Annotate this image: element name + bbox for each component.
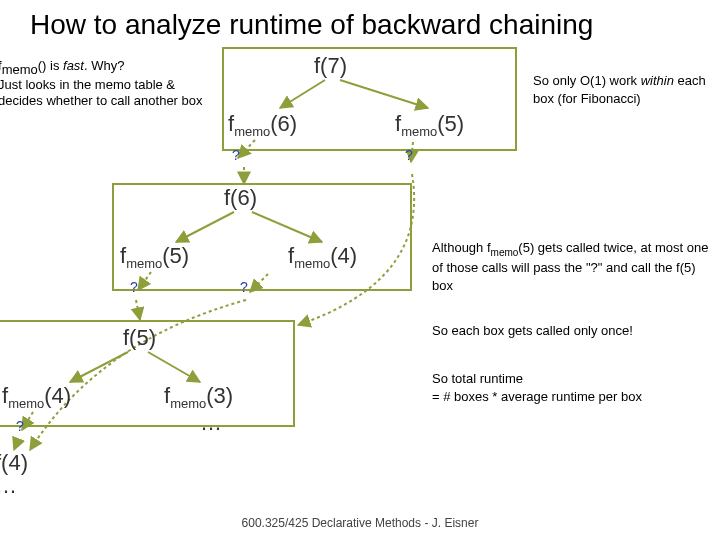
qmark-5: ? — [16, 418, 24, 434]
slide-footer: 600.325/425 Declarative Methods - J. Eis… — [0, 516, 720, 530]
note-once: So each box gets called only once! — [432, 322, 633, 340]
qmark-1: ? — [232, 147, 240, 163]
node-fmemo3: fmemo(3) — [164, 383, 233, 411]
qmark-3: ? — [130, 279, 138, 295]
note-twice: Although fmemo(5) gets called twice, at … — [432, 239, 712, 294]
note-o1: So only O(1) work within each box (for F… — [533, 72, 718, 107]
qmark-4: ? — [240, 279, 248, 295]
box-f6 — [112, 183, 412, 291]
node-fmemo4b: fmemo(4) — [2, 383, 71, 411]
node-fmemo5b: fmemo(5) — [120, 243, 189, 271]
slide-title: How to analyze runtime of backward chain… — [30, 10, 593, 41]
svg-line-8 — [136, 300, 140, 320]
node-f7: f(7) — [314, 53, 347, 79]
svg-line-13 — [14, 440, 18, 450]
node-fmemo5a: fmemo(5) — [395, 111, 464, 139]
node-f5: f(5) — [123, 325, 156, 351]
node-fmemo6: fmemo(6) — [228, 111, 297, 139]
node-fmemo4a: fmemo(4) — [288, 243, 357, 271]
node-dots2: … — [0, 473, 17, 499]
node-f6: f(6) — [224, 185, 257, 211]
slide: How to analyze runtime of backward chain… — [0, 0, 720, 540]
node-dots1: … — [200, 410, 222, 436]
qmark-2: ? — [405, 147, 413, 163]
note-total: So total runtime = # boxes * average run… — [432, 370, 642, 405]
left-explanation: fmemo() is fast. Why? Just looks in the … — [0, 58, 208, 108]
